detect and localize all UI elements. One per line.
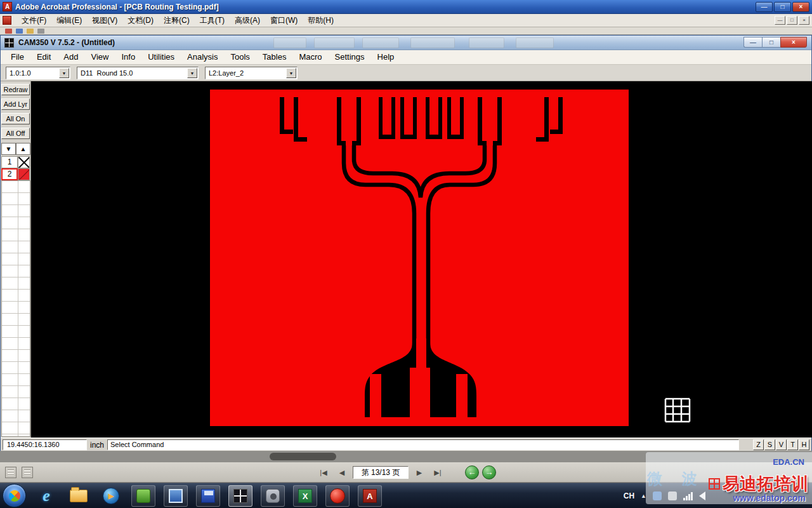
- cam-menu-view[interactable]: View: [85, 50, 115, 64]
- all-off-button[interactable]: All Off: [1, 128, 30, 139]
- input-language-indicator[interactable]: CH: [624, 491, 634, 500]
- first-page-button[interactable]: |◀: [316, 465, 331, 479]
- chevron-down-icon[interactable]: ▼: [286, 68, 296, 78]
- dcode-combo[interactable]: D11 Round 15.0 ▼: [77, 67, 199, 79]
- taskbar-excel-item[interactable]: X: [293, 485, 317, 507]
- blue-window-icon: [169, 489, 183, 503]
- acrobat-menu-tools[interactable]: 工具(T): [195, 14, 230, 27]
- cam350-window-title: CAM350 V 7.5.2 - (Untitled): [18, 38, 115, 47]
- status-h-button[interactable]: H: [799, 439, 809, 450]
- pdf-document-icon: [3, 16, 11, 25]
- chevron-down-icon[interactable]: ▼: [187, 68, 197, 78]
- acrobat-toolbar-partial: [0, 27, 812, 35]
- watermark-url-text: www.edatop.com: [733, 493, 806, 503]
- ie-e-icon: e: [43, 486, 50, 505]
- cam-menu-settings[interactable]: Settings: [329, 50, 371, 64]
- document-restore-button[interactable]: □: [787, 16, 797, 25]
- pages-panel-icon[interactable]: [5, 467, 16, 478]
- command-prompt[interactable]: Select Command: [107, 439, 739, 450]
- cam-menu-tables[interactable]: Tables: [256, 50, 293, 64]
- taskbar-app-gray[interactable]: [261, 485, 285, 507]
- layer-1-number[interactable]: 1: [1, 156, 18, 168]
- cam350-toolbar: 1.0:1.0 ▼ D11 Round 15.0 ▼ L2:Layer_2 ▼: [1, 65, 811, 81]
- scale-combo[interactable]: 1.0:1.0 ▼: [6, 67, 70, 79]
- cam-menu-info[interactable]: Info: [115, 50, 141, 64]
- cam350-maximize-button[interactable]: □: [762, 37, 780, 48]
- gray-device-icon: [266, 489, 280, 503]
- page-number-input[interactable]: 第 13/13 页: [353, 466, 409, 479]
- redraw-button[interactable]: Redraw: [1, 84, 30, 95]
- document-close-button[interactable]: ×: [799, 16, 809, 25]
- previous-page-button[interactable]: ◀: [334, 465, 350, 479]
- layers-panel-icon[interactable]: [22, 467, 33, 478]
- cam-menu-file[interactable]: File: [4, 50, 30, 64]
- acrobat-close-button[interactable]: ×: [792, 2, 809, 12]
- acrobat-menu-advanced[interactable]: 高级(A): [230, 14, 265, 27]
- taskbar-app-window[interactable]: [164, 485, 188, 507]
- chevron-down-icon[interactable]: ▼: [59, 68, 69, 78]
- cam350-close-button[interactable]: ×: [780, 37, 807, 48]
- layer-2-number[interactable]: 2: [1, 168, 18, 180]
- cam-menu-macro[interactable]: Macro: [292, 50, 328, 64]
- status-s-button[interactable]: S: [764, 439, 775, 450]
- toolbar-chip-icon: [5, 29, 12, 34]
- document-minimize-button[interactable]: —: [775, 16, 785, 25]
- layer-row-1[interactable]: 1: [1, 156, 30, 168]
- taskbar-explorer-icon[interactable]: [67, 485, 91, 507]
- start-button[interactable]: [3, 484, 26, 507]
- cam-menu-edit[interactable]: Edit: [30, 50, 57, 64]
- acrobat-menu-edit[interactable]: 编辑(E): [51, 14, 87, 27]
- ghost-toolbar-icon: [410, 37, 455, 48]
- ghost-toolbar-icon: [362, 37, 399, 48]
- cam-menu-tools[interactable]: Tools: [224, 50, 256, 64]
- acrobat-window-title: Adobe Acrobat Professional - [PCB Routin…: [15, 3, 219, 11]
- acrobat-menubar: 文件(F) 编辑(E) 视图(V) 文档(D) 注释(C) 工具(T) 高级(A…: [0, 14, 812, 27]
- layer-scroll-down-icon[interactable]: ▼: [1, 143, 16, 155]
- add-layer-button[interactable]: Add Lyr: [1, 98, 30, 110]
- last-page-button[interactable]: ▶|: [430, 465, 445, 479]
- watermark: EDA.CN 微 波 易迪拓培训 www.edatop.com: [646, 452, 812, 508]
- cam350-canvas[interactable]: [31, 81, 812, 438]
- layer-1-color-swatch[interactable]: [18, 156, 30, 168]
- status-v-button[interactable]: V: [776, 439, 787, 450]
- acrobat-menu-file[interactable]: 文件(F): [16, 14, 51, 27]
- taskbar-acrobat-item[interactable]: A: [358, 485, 382, 507]
- acrobat-maximize-button[interactable]: □: [774, 2, 791, 12]
- ghost-toolbar-icon: [516, 37, 554, 48]
- taskbar-media-player-icon[interactable]: ▶: [99, 485, 123, 507]
- taskbar-app-red[interactable]: [325, 485, 350, 507]
- red-ring-icon: [330, 488, 345, 504]
- acrobat-menu-document[interactable]: 文档(D): [122, 14, 159, 27]
- cam350-menubar: File Edit Add View Info Utilities Analys…: [1, 50, 811, 65]
- status-z-button[interactable]: Z: [753, 439, 764, 450]
- cam-menu-analysis[interactable]: Analysis: [181, 50, 224, 64]
- layer-combo[interactable]: L2:Layer_2 ▼: [205, 67, 298, 79]
- layer-row-2[interactable]: 2: [1, 168, 30, 180]
- layer-2-color-swatch[interactable]: [18, 168, 30, 180]
- empty-layer-table[interactable]: [1, 180, 30, 437]
- acrobat-menu-window[interactable]: 窗口(W): [265, 14, 303, 27]
- acrobat-menu-view[interactable]: 视图(V): [87, 14, 122, 27]
- status-t-button[interactable]: T: [787, 439, 798, 450]
- cam-menu-help[interactable]: Help: [371, 50, 401, 64]
- acrobat-titlebar: A Adobe Acrobat Professional - [PCB Rout…: [0, 0, 812, 14]
- next-view-button[interactable]: →: [482, 465, 496, 479]
- scrollbar-thumb[interactable]: [270, 453, 336, 460]
- next-page-button[interactable]: ▶: [412, 465, 427, 479]
- taskbar-cam350-item[interactable]: [228, 485, 252, 507]
- all-on-button[interactable]: All On: [1, 113, 30, 124]
- acrobat-menu-help[interactable]: 帮助(H): [303, 14, 339, 27]
- cam-menu-add[interactable]: Add: [57, 50, 84, 64]
- acrobat-taskbar-icon: A: [363, 489, 377, 503]
- previous-view-button[interactable]: ←: [465, 465, 479, 479]
- cam350-minimize-button[interactable]: —: [743, 37, 762, 48]
- acrobat-minimize-button[interactable]: —: [756, 2, 773, 12]
- taskbar-app-save[interactable]: [196, 485, 220, 507]
- taskbar-ie-icon[interactable]: e: [34, 485, 58, 507]
- layer-scroll-up-icon[interactable]: ▲: [16, 143, 30, 155]
- cam-menu-utilities[interactable]: Utilities: [141, 50, 181, 64]
- cam350-app-icon: [4, 38, 14, 48]
- acrobat-menu-comments[interactable]: 注释(C): [159, 14, 195, 27]
- watermark-brand-text: 易迪拓培训: [723, 472, 808, 495]
- taskbar-app-green[interactable]: [131, 485, 155, 507]
